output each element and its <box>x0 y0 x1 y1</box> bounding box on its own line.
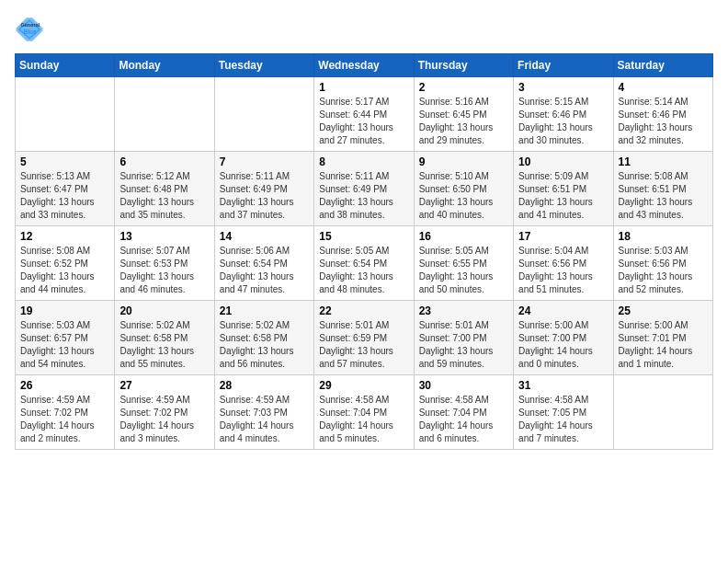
day-number: 17 <box>518 230 608 243</box>
day-number: 25 <box>619 304 708 317</box>
day-number: 21 <box>220 304 309 317</box>
day-number: 26 <box>20 379 109 392</box>
calendar-day-cell: 8Sunrise: 5:11 AM Sunset: 6:49 PM Daylig… <box>314 152 414 226</box>
day-info: Sunrise: 5:05 AM Sunset: 6:54 PM Dayligh… <box>319 245 408 296</box>
day-number: 1 <box>319 81 408 94</box>
day-number: 13 <box>119 230 209 243</box>
day-number: 5 <box>20 155 109 168</box>
day-number: 20 <box>119 304 209 317</box>
calendar-day-cell: 23Sunrise: 5:01 AM Sunset: 7:00 PM Dayli… <box>414 301 513 375</box>
day-of-week-header: Thursday <box>414 54 513 77</box>
day-info: Sunrise: 5:00 AM Sunset: 7:01 PM Dayligh… <box>619 319 708 371</box>
calendar-week-row: 5Sunrise: 5:13 AM Sunset: 6:47 PM Daylig… <box>16 152 713 226</box>
day-of-week-header: Saturday <box>613 54 712 77</box>
calendar-day-cell: 3Sunrise: 5:15 AM Sunset: 6:46 PM Daylig… <box>514 77 613 152</box>
day-info: Sunrise: 5:08 AM Sunset: 6:51 PM Dayligh… <box>619 170 708 222</box>
day-number: 11 <box>619 155 708 168</box>
day-info: Sunrise: 5:14 AM Sunset: 6:46 PM Dayligh… <box>619 96 708 147</box>
day-info: Sunrise: 5:02 AM Sunset: 6:58 PM Dayligh… <box>119 319 209 371</box>
calendar-day-cell: 25Sunrise: 5:00 AM Sunset: 7:01 PM Dayli… <box>613 301 712 375</box>
day-number: 29 <box>319 379 408 392</box>
calendar-day-cell: 9Sunrise: 5:10 AM Sunset: 6:50 PM Daylig… <box>414 152 513 226</box>
day-number: 9 <box>419 155 508 168</box>
calendar-day-cell: 11Sunrise: 5:08 AM Sunset: 6:51 PM Dayli… <box>613 152 712 226</box>
day-number: 6 <box>119 155 209 168</box>
calendar-day-cell: 7Sunrise: 5:11 AM Sunset: 6:49 PM Daylig… <box>214 152 313 226</box>
calendar-day-cell: 5Sunrise: 5:13 AM Sunset: 6:47 PM Daylig… <box>16 152 115 226</box>
calendar-day-cell: 1Sunrise: 5:17 AM Sunset: 6:44 PM Daylig… <box>314 77 414 152</box>
calendar-day-cell: 10Sunrise: 5:09 AM Sunset: 6:51 PM Dayli… <box>514 152 613 226</box>
calendar-header-row: SundayMondayTuesdayWednesdayThursdayFrid… <box>16 54 713 77</box>
day-info: Sunrise: 4:58 AM Sunset: 7:04 PM Dayligh… <box>419 394 508 445</box>
day-number: 31 <box>518 379 608 392</box>
day-info: Sunrise: 5:03 AM Sunset: 6:56 PM Dayligh… <box>619 245 708 296</box>
svg-text:Blue: Blue <box>24 29 37 35</box>
day-of-week-header: Monday <box>115 54 214 77</box>
calendar-day-cell: 22Sunrise: 5:01 AM Sunset: 6:59 PM Dayli… <box>314 301 414 375</box>
day-number: 8 <box>319 155 408 168</box>
day-number: 15 <box>319 230 408 243</box>
day-info: Sunrise: 5:02 AM Sunset: 6:58 PM Dayligh… <box>220 319 309 371</box>
calendar-week-row: 12Sunrise: 5:08 AM Sunset: 6:52 PM Dayli… <box>16 226 713 301</box>
calendar-day-cell: 2Sunrise: 5:16 AM Sunset: 6:45 PM Daylig… <box>414 77 513 152</box>
day-number: 14 <box>220 230 309 243</box>
calendar-day-cell: 27Sunrise: 4:59 AM Sunset: 7:02 PM Dayli… <box>115 375 214 450</box>
day-number: 4 <box>619 81 708 94</box>
day-number: 28 <box>220 379 309 392</box>
day-number: 2 <box>419 81 508 94</box>
day-info: Sunrise: 5:00 AM Sunset: 7:00 PM Dayligh… <box>518 319 608 371</box>
day-info: Sunrise: 5:17 AM Sunset: 6:44 PM Dayligh… <box>319 96 408 147</box>
day-info: Sunrise: 5:13 AM Sunset: 6:47 PM Dayligh… <box>20 170 109 222</box>
calendar-day-cell <box>16 77 115 152</box>
calendar-day-cell: 14Sunrise: 5:06 AM Sunset: 6:54 PM Dayli… <box>214 226 313 301</box>
calendar-day-cell: 6Sunrise: 5:12 AM Sunset: 6:48 PM Daylig… <box>115 152 214 226</box>
calendar-day-cell: 28Sunrise: 4:59 AM Sunset: 7:03 PM Dayli… <box>214 375 313 450</box>
day-info: Sunrise: 5:11 AM Sunset: 6:49 PM Dayligh… <box>220 170 309 222</box>
calendar-day-cell: 13Sunrise: 5:07 AM Sunset: 6:53 PM Dayli… <box>115 226 214 301</box>
day-info: Sunrise: 5:07 AM Sunset: 6:53 PM Dayligh… <box>119 245 209 296</box>
day-number: 30 <box>419 379 508 392</box>
calendar-day-cell: 15Sunrise: 5:05 AM Sunset: 6:54 PM Dayli… <box>314 226 414 301</box>
day-info: Sunrise: 5:01 AM Sunset: 7:00 PM Dayligh… <box>419 319 508 371</box>
day-of-week-header: Tuesday <box>214 54 313 77</box>
day-number: 16 <box>419 230 508 243</box>
day-info: Sunrise: 4:58 AM Sunset: 7:04 PM Dayligh… <box>319 394 408 445</box>
day-info: Sunrise: 4:59 AM Sunset: 7:02 PM Dayligh… <box>119 394 209 445</box>
calendar-day-cell: 31Sunrise: 4:58 AM Sunset: 7:05 PM Dayli… <box>514 375 613 450</box>
day-number: 10 <box>518 155 608 168</box>
day-info: Sunrise: 5:12 AM Sunset: 6:48 PM Dayligh… <box>119 170 209 222</box>
day-of-week-header: Friday <box>514 54 613 77</box>
day-number: 3 <box>518 81 608 94</box>
calendar-day-cell: 26Sunrise: 4:59 AM Sunset: 7:02 PM Dayli… <box>16 375 115 450</box>
day-of-week-header: Sunday <box>16 54 115 77</box>
calendar-day-cell: 21Sunrise: 5:02 AM Sunset: 6:58 PM Dayli… <box>214 301 313 375</box>
day-number: 27 <box>119 379 209 392</box>
day-number: 12 <box>20 230 109 243</box>
calendar-day-cell: 16Sunrise: 5:05 AM Sunset: 6:55 PM Dayli… <box>414 226 513 301</box>
calendar-day-cell: 24Sunrise: 5:00 AM Sunset: 7:00 PM Dayli… <box>514 301 613 375</box>
day-number: 22 <box>319 304 408 317</box>
day-info: Sunrise: 4:59 AM Sunset: 7:03 PM Dayligh… <box>220 394 309 445</box>
calendar-day-cell: 19Sunrise: 5:03 AM Sunset: 6:57 PM Dayli… <box>16 301 115 375</box>
day-info: Sunrise: 5:16 AM Sunset: 6:45 PM Dayligh… <box>419 96 508 147</box>
day-info: Sunrise: 5:03 AM Sunset: 6:57 PM Dayligh… <box>20 319 109 371</box>
calendar-day-cell <box>115 77 214 152</box>
day-info: Sunrise: 5:04 AM Sunset: 6:56 PM Dayligh… <box>518 245 608 296</box>
day-info: Sunrise: 4:59 AM Sunset: 7:02 PM Dayligh… <box>20 394 109 445</box>
day-of-week-header: Wednesday <box>314 54 414 77</box>
day-info: Sunrise: 5:10 AM Sunset: 6:50 PM Dayligh… <box>419 170 508 222</box>
calendar-day-cell: 17Sunrise: 5:04 AM Sunset: 6:56 PM Dayli… <box>514 226 613 301</box>
calendar-day-cell <box>214 77 313 152</box>
day-info: Sunrise: 5:08 AM Sunset: 6:52 PM Dayligh… <box>20 245 109 296</box>
day-info: Sunrise: 5:05 AM Sunset: 6:55 PM Dayligh… <box>419 245 508 296</box>
calendar-day-cell: 4Sunrise: 5:14 AM Sunset: 6:46 PM Daylig… <box>613 77 712 152</box>
calendar-week-row: 19Sunrise: 5:03 AM Sunset: 6:57 PM Dayli… <box>16 301 713 375</box>
calendar-week-row: 26Sunrise: 4:59 AM Sunset: 7:02 PM Dayli… <box>16 375 713 450</box>
day-number: 7 <box>220 155 309 168</box>
calendar-week-row: 1Sunrise: 5:17 AM Sunset: 6:44 PM Daylig… <box>16 77 713 152</box>
calendar-day-cell: 29Sunrise: 4:58 AM Sunset: 7:04 PM Dayli… <box>314 375 414 450</box>
calendar-day-cell <box>613 375 712 450</box>
calendar-day-cell: 20Sunrise: 5:02 AM Sunset: 6:58 PM Dayli… <box>115 301 214 375</box>
day-info: Sunrise: 5:15 AM Sunset: 6:46 PM Dayligh… <box>518 96 608 147</box>
day-number: 19 <box>20 304 109 317</box>
